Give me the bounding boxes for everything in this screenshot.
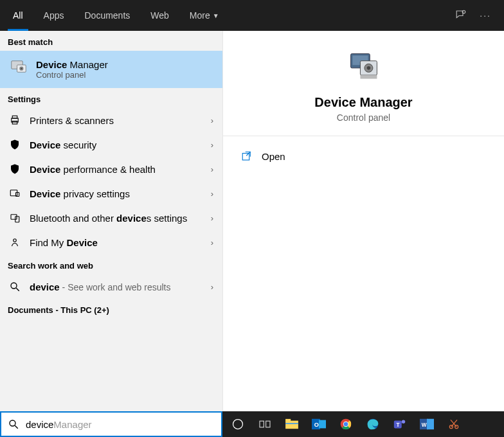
open-label: Open	[262, 151, 285, 162]
web-search-item[interactable]: device - See work and web results ›	[0, 274, 222, 299]
find-icon	[9, 236, 21, 248]
shield-icon	[9, 163, 21, 175]
svg-line-48	[451, 420, 457, 427]
chevron-right-icon: ›	[211, 140, 213, 150]
item-label: Device privacy settings	[30, 188, 130, 199]
cortana-icon[interactable]	[229, 415, 247, 433]
svg-point-41	[402, 420, 406, 424]
svg-rect-20	[360, 75, 377, 79]
svg-text:W: W	[422, 422, 427, 428]
edge-icon[interactable]	[364, 415, 382, 433]
printer-icon	[9, 114, 21, 126]
tab-more[interactable]: More▼	[179, 0, 230, 31]
chevron-right-icon: ›	[211, 189, 213, 199]
svg-point-13	[11, 283, 17, 289]
device-manager-icon	[9, 58, 28, 80]
section-settings: Settings	[0, 88, 222, 108]
search-tabs: All Apps Documents Web More▼ ···	[0, 0, 504, 31]
teams-icon[interactable]: T	[391, 415, 409, 433]
settings-item-device-security[interactable]: Device security ›	[0, 132, 222, 157]
svg-line-14	[16, 288, 19, 291]
tab-documents[interactable]: Documents	[74, 0, 140, 31]
open-action[interactable]: Open	[241, 147, 486, 166]
settings-item-device-performance[interactable]: Device performance & health ›	[0, 157, 222, 181]
shield-icon	[9, 139, 21, 150]
item-label: Device security	[30, 139, 96, 150]
bluetooth-icon	[9, 212, 21, 224]
svg-text:O: O	[314, 422, 319, 428]
section-best-match: Best match	[0, 31, 222, 51]
svg-rect-26	[260, 421, 264, 427]
best-match-subtitle: Control panel	[36, 70, 108, 80]
svg-text:T: T	[397, 422, 400, 428]
results-panel: Best match Device Manager Control panel …	[0, 31, 222, 411]
snip-icon[interactable]	[445, 415, 463, 433]
privacy-icon	[9, 188, 21, 199]
svg-point-25	[233, 420, 243, 429]
section-search-web: Search work and web	[0, 254, 222, 274]
open-icon	[241, 150, 253, 162]
word-icon[interactable]: W	[418, 415, 436, 433]
item-label: device - See work and web results	[30, 281, 170, 292]
tab-all[interactable]: All	[3, 0, 33, 31]
feedback-icon[interactable]	[455, 9, 467, 22]
svg-rect-10	[11, 215, 17, 220]
svg-rect-44	[427, 419, 434, 430]
search-input-container[interactable]: deviceManager	[0, 411, 222, 437]
preview-panel: Device Manager Control panel Open	[222, 31, 504, 411]
chevron-right-icon: ›	[211, 165, 213, 174]
device-manager-icon	[236, 50, 491, 95]
svg-rect-7	[12, 121, 17, 125]
svg-rect-27	[266, 421, 270, 427]
svg-rect-28	[285, 421, 298, 429]
svg-point-4	[21, 67, 22, 69]
item-label: Bluetooth and other devices settings	[30, 213, 187, 224]
svg-point-19	[366, 66, 370, 70]
search-input[interactable]	[26, 419, 215, 430]
svg-line-24	[15, 425, 18, 429]
section-documents: Documents - This PC (2+)	[0, 299, 222, 319]
chevron-right-icon: ›	[211, 213, 213, 223]
search-icon	[9, 281, 21, 292]
tab-apps[interactable]: Apps	[33, 0, 75, 31]
item-label: Find My Device	[30, 237, 98, 248]
svg-rect-30	[285, 423, 298, 424]
chevron-down-icon: ▼	[213, 12, 219, 19]
preview-subtitle: Control panel	[236, 112, 491, 123]
svg-rect-29	[285, 419, 291, 422]
taskbar: O T W	[222, 411, 504, 437]
svg-line-49	[451, 420, 456, 427]
svg-point-38	[344, 422, 348, 427]
preview-title: Device Manager	[236, 95, 491, 110]
file-explorer-icon[interactable]	[283, 415, 301, 433]
settings-item-printers[interactable]: Printers & scanners ›	[0, 108, 222, 132]
svg-rect-32	[319, 420, 326, 429]
task-view-icon[interactable]	[256, 415, 274, 433]
svg-point-23	[10, 420, 15, 426]
settings-item-device-privacy[interactable]: Device privacy settings ›	[0, 181, 222, 206]
settings-item-bluetooth[interactable]: Bluetooth and other devices settings ›	[0, 206, 222, 230]
settings-item-find-my-device[interactable]: Find My Device ›	[0, 230, 222, 254]
ellipsis-icon[interactable]: ···	[480, 10, 491, 21]
chevron-right-icon: ›	[211, 116, 213, 125]
svg-point-12	[14, 239, 17, 242]
outlook-icon[interactable]: O	[310, 415, 328, 433]
svg-rect-6	[12, 116, 17, 118]
item-label: Device performance & health	[30, 164, 156, 175]
best-match-result[interactable]: Device Manager Control panel	[0, 51, 222, 88]
item-label: Printers & scanners	[30, 115, 114, 126]
chrome-icon[interactable]	[337, 415, 355, 433]
svg-line-22	[246, 152, 250, 156]
best-match-title: Device Manager	[36, 59, 108, 70]
chevron-right-icon: ›	[211, 282, 213, 292]
tab-web[interactable]: Web	[140, 0, 179, 31]
svg-rect-8	[10, 190, 17, 196]
chevron-right-icon: ›	[211, 238, 213, 247]
search-icon	[8, 418, 19, 430]
